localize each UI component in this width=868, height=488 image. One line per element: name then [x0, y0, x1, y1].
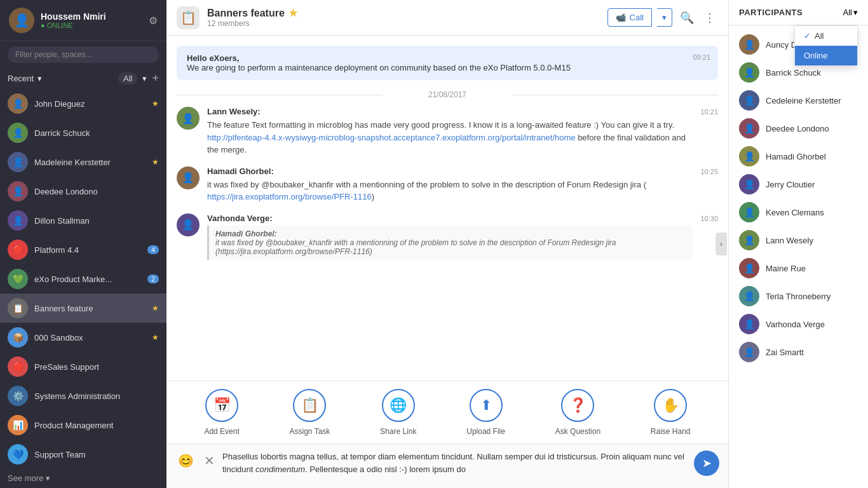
participant-avatar: 👤 [739, 90, 759, 111]
item-avatar: ⚙️ [8, 386, 28, 406]
toolbar-label: Share Link [380, 427, 416, 436]
toolbar-label: Add Event [204, 427, 239, 436]
see-more-button[interactable]: See more ▾ [0, 468, 166, 488]
participant-item-zai[interactable]: 👤 Zai Smartt [729, 338, 868, 366]
participant-name: Barrick Schuck [766, 68, 821, 78]
msg-link[interactable]: http://plfenteap-4.4.x-wysiwyg-microblog… [207, 133, 576, 142]
sidebar-item-presales[interactable]: 🔴 PreSales Support [0, 352, 166, 381]
sidebar-item-platform44[interactable]: 🔴 Platform 4.4 4 [0, 235, 166, 264]
participant-name: Zai Smartt [766, 348, 804, 357]
toolbar-icon-circle: ✋ [654, 389, 687, 422]
toolbar-item-upload-file[interactable]: ⬆ Upload File [466, 389, 505, 436]
sidebar-item-exo[interactable]: 💚 eXo Product Marke... 2 [0, 264, 166, 294]
sidebar-item-deedee[interactable]: 👤 Deedee Londono [0, 177, 166, 206]
sidebar-item-dillon[interactable]: 👤 Dillon Stallman [0, 206, 166, 235]
chat-input-area: 😊 ✕ Phasellus lobortis magna tellus, at … [166, 444, 728, 488]
search-input[interactable] [8, 46, 159, 63]
more-options-button[interactable]: ⋮ [702, 8, 718, 27]
messages-area: Hello eXoers,We are going to perform a m… [166, 36, 728, 381]
sidebar-item-john[interactable]: 👤 John Dieguez ★ [0, 89, 166, 118]
participant-name: Jerry Cloutier [766, 180, 815, 189]
participant-item-hamadi[interactable]: 👤 Hamadi Ghorbel [729, 142, 868, 170]
participant-item-deedee[interactable]: 👤 Deedee Londono [729, 114, 868, 142]
participant-avatar: 👤 [739, 258, 759, 278]
gear-icon[interactable]: ⚙ [149, 15, 158, 27]
chat-input-text[interactable]: Phasellus lobortis magna tellus, at temp… [222, 451, 689, 475]
participant-item-varhonda[interactable]: 👤 Varhonda Verge [729, 310, 868, 338]
item-avatar: 👤 [8, 152, 28, 172]
item-name: Platform 4.4 [34, 245, 141, 255]
msg-header: Varhonda Verge: [207, 214, 693, 223]
star-icon: ★ [152, 158, 159, 166]
badge: 2 [147, 274, 159, 283]
participant-item-keven[interactable]: 👤 Keven Clemans [729, 198, 868, 226]
star-icon: ★ [152, 99, 159, 108]
sidebar-item-banners[interactable]: 📋 Banners feature ★ [0, 294, 166, 323]
filter-chevron-icon: ▾ [853, 8, 858, 17]
participants-header: PARTICIPANTS All ▾ ✓ All Online [729, 0, 868, 25]
chevron-down-icon[interactable]: ▾ [37, 74, 42, 83]
toolbar-item-share-link[interactable]: 🌐 Share Link [380, 389, 416, 436]
participant-avatar: 👤 [739, 230, 759, 250]
sidebar-item-darrick[interactable]: 👤 Darrick Schuck [0, 118, 166, 147]
participant-name: Keven Clemans [766, 208, 824, 217]
msg-body: Lann Wesely: The feature Text formatting… [207, 107, 693, 156]
filter-all-option[interactable]: ✓ All [795, 26, 857, 46]
msg-header: Hamadi Ghorbel: [207, 166, 693, 176]
close-icon: ✕ [204, 454, 215, 468]
filter-online-option[interactable]: Online [795, 46, 857, 65]
participant-name: Lann Wesely [766, 236, 813, 245]
message-item: 👤 Varhonda Verge: Hamadi Ghorbel:it was … [177, 214, 718, 262]
close-input-button[interactable]: ✕ [201, 451, 217, 471]
toolbar-item-raise-hand[interactable]: ✋ Raise Hand [651, 389, 691, 436]
sidebar-item-madeleine[interactable]: 👤 Madeleine Kerstetter ★ [0, 147, 166, 177]
collapse-panel-button[interactable]: › [715, 233, 727, 255]
item-name: Darrick Schuck [34, 128, 159, 138]
user-info: Houssem Nmiri ONLINE [41, 11, 142, 29]
send-icon: ➤ [702, 456, 712, 470]
chevron-down-icon-2[interactable]: ▾ [142, 74, 147, 83]
toolbar-item-add-event[interactable]: 📅 Add Event [204, 389, 239, 436]
participant-item-lann[interactable]: 👤 Lann Wesely [729, 226, 868, 254]
sidebar-item-sandbox[interactable]: 📦 000 Sandbox ★ [0, 323, 166, 352]
recent-label[interactable]: Recent [8, 74, 34, 83]
add-conversation-button[interactable]: + [152, 72, 159, 85]
sidebar-item-sysadmin[interactable]: ⚙️ Systems Administration [0, 381, 166, 410]
participant-avatar: 👤 [739, 62, 759, 83]
msg-author: Lann Wesely: [207, 107, 261, 116]
participant-item-maine[interactable]: 👤 Maine Rue [729, 254, 868, 282]
participant-avatar: 👤 [739, 174, 759, 194]
msg-avatar: 👤 [177, 166, 200, 189]
search-chat-button[interactable]: 🔍 [677, 8, 696, 27]
item-name: Deedee Londono [34, 187, 159, 196]
participant-avatar: 👤 [739, 34, 759, 55]
send-button[interactable]: ➤ [694, 451, 719, 476]
item-avatar: 📋 [8, 298, 28, 318]
chat-group-icon: 📋 [177, 6, 200, 29]
participant-item-terla[interactable]: 👤 Terla Throneberry [729, 282, 868, 310]
call-button[interactable]: 📹 Call [607, 8, 652, 27]
sidebar: 👤 Houssem Nmiri ONLINE ⚙ Recent ▾ All ▾ … [0, 0, 166, 488]
msg-link[interactable]: https://jira.exoplatform.org/browse/PFR-… [207, 192, 372, 201]
participant-item-cedeleine[interactable]: 👤 Cedeleine Kerstetter [729, 86, 868, 114]
toolbar-item-assign-task[interactable]: 📋 Assign Task [290, 389, 330, 436]
item-name: Banners feature [34, 304, 146, 313]
filter-dropdown-button[interactable]: All ▾ [843, 8, 858, 17]
participant-item-jerry[interactable]: 👤 Jerry Cloutier [729, 170, 868, 198]
quote-block: Hamadi Ghorbel:it was fixed by @boubaker… [207, 226, 693, 260]
sidebar-item-support[interactable]: 💙 Support Team [0, 440, 166, 468]
call-dropdown-button[interactable]: ▾ [657, 8, 672, 27]
participant-avatar: 👤 [739, 314, 759, 334]
sidebar-header: 👤 Houssem Nmiri ONLINE ⚙ [0, 0, 166, 41]
toolbar-label: Raise Hand [651, 427, 691, 436]
msg-body: Hamadi Ghorbel: it was fixed by @boubake… [207, 166, 693, 203]
message-item: 👤 Lann Wesely: The feature Text formatti… [177, 107, 718, 156]
toolbar-item-ask-question[interactable]: ❓ Ask Question [555, 389, 600, 436]
emoji-button[interactable]: 😊 [175, 451, 196, 471]
toolbar-icons: 📅 Add Event 📋 Assign Task 🌐 Share Link ⬆… [166, 389, 728, 436]
all-filter[interactable]: All [118, 72, 137, 85]
chat-star-icon[interactable]: ★ [288, 7, 297, 19]
system-message-text: Hello eXoers,We are going to perform a m… [187, 53, 708, 72]
msg-time: 10:21 [700, 107, 718, 116]
sidebar-item-prodmgmt[interactable]: 📊 Product Management [0, 410, 166, 440]
